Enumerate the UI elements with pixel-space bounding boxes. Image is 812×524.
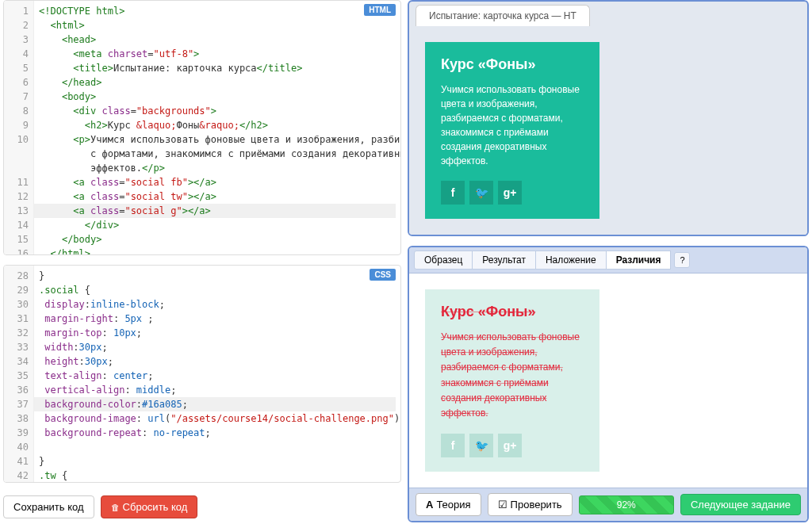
diff-twitter-icon: 🐦 bbox=[469, 434, 493, 457]
html-editor[interactable]: HTML 12345678910 111213141516 <!DOCTYPE … bbox=[3, 0, 401, 255]
css-editor[interactable]: CSS 282930313233343536373839404142434445… bbox=[3, 265, 401, 483]
preview-body: Курс «Фоны» Учимся использовать фоновые … bbox=[409, 26, 807, 235]
html-code[interactable]: <!DOCTYPE html> <html> <head> <meta char… bbox=[34, 1, 400, 255]
card-text: Учимся использовать фоновые цвета и изоб… bbox=[441, 82, 584, 168]
check-icon bbox=[498, 499, 511, 511]
result-tabs: Образец Результат Наложение Различия ? bbox=[409, 247, 807, 273]
google-plus-icon[interactable]: g+ bbox=[498, 181, 522, 205]
check-button[interactable]: Проверить bbox=[488, 493, 573, 516]
theory-button[interactable]: Теория bbox=[416, 493, 481, 516]
twitter-icon[interactable]: 🐦 bbox=[469, 181, 493, 205]
editor-buttons: Сохранить код Сбросить код bbox=[3, 492, 401, 522]
html-gutter: 12345678910 111213141516 bbox=[4, 1, 34, 254]
tab-diff[interactable]: Различия bbox=[606, 251, 672, 270]
diff-social-row: f 🐦 g+ bbox=[441, 434, 584, 457]
bottom-bar: Теория Проверить 92% Следующее задание bbox=[409, 488, 807, 521]
reset-button[interactable]: Сбросить код bbox=[101, 495, 198, 518]
facebook-icon[interactable]: f bbox=[441, 181, 465, 205]
html-badge: HTML bbox=[364, 4, 396, 16]
preview-panel: Испытание: карточка курса — HT Курс «Фон… bbox=[408, 0, 809, 236]
social-row: f 🐦 g+ bbox=[441, 181, 584, 205]
diff-card: Курс «Фоны» Учимся использовать фоновые … bbox=[425, 289, 599, 472]
css-gutter: 2829303132333435363738394041424344454647… bbox=[4, 266, 34, 482]
diff-text: Учимся использовать фоновые цвета и изоб… bbox=[441, 330, 584, 421]
card-title: Курс «Фоны» bbox=[441, 56, 584, 73]
next-task-button[interactable]: Следующее задание bbox=[680, 494, 801, 515]
css-code[interactable]: }.social { display:inline-block; margin-… bbox=[34, 266, 400, 483]
progress-value: 92% bbox=[617, 499, 636, 511]
save-button[interactable]: Сохранить код bbox=[3, 495, 94, 518]
browser-tab[interactable]: Испытание: карточка курса — HT bbox=[416, 5, 590, 26]
book-icon bbox=[426, 499, 436, 511]
tab-overlay[interactable]: Наложение bbox=[535, 251, 607, 270]
course-card: Курс «Фоны» Учимся использовать фоновые … bbox=[425, 42, 599, 219]
diff-title: Курс «Фоны» bbox=[441, 304, 584, 320]
css-badge: CSS bbox=[370, 269, 396, 281]
help-button[interactable]: ? bbox=[674, 252, 690, 268]
trash-icon bbox=[111, 501, 123, 513]
diff-google-plus-icon: g+ bbox=[498, 434, 522, 457]
diff-panel: Образец Результат Наложение Различия ? К… bbox=[408, 246, 809, 522]
tab-result[interactable]: Результат bbox=[472, 251, 536, 270]
diff-facebook-icon: f bbox=[441, 434, 465, 457]
progress-bar: 92% bbox=[579, 495, 674, 514]
diff-body: Курс «Фоны» Учимся использовать фоновые … bbox=[409, 273, 807, 488]
tab-sample[interactable]: Образец bbox=[414, 251, 473, 270]
